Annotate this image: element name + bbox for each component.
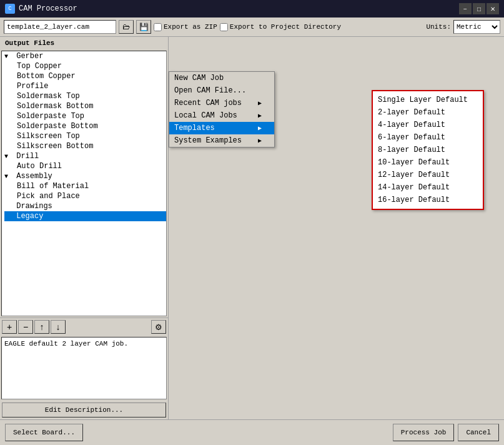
expand-drill: ▼ bbox=[4, 153, 12, 160]
right-panel: New CAM Job Open CAM File... Recent CAM … bbox=[169, 37, 504, 419]
remove-item-button[interactable]: − bbox=[18, 320, 33, 334]
export-project-checkbox[interactable] bbox=[220, 23, 228, 31]
folder-icon: 🗁 bbox=[122, 22, 130, 31]
tree-group-drill: Auto Drill bbox=[4, 161, 166, 171]
tree-item-solderpaste-top[interactable]: Solderpaste Top bbox=[7, 111, 166, 121]
tree-item-top-copper[interactable]: Top Copper bbox=[7, 61, 166, 71]
tree-item-gerber[interactable]: ▼ Gerber bbox=[4, 51, 166, 61]
expand-assembly: ▼ bbox=[4, 173, 12, 180]
main-content: Output Files ▼ Gerber Top Copper Bottom … bbox=[0, 37, 504, 419]
left-panel: Output Files ▼ Gerber Top Copper Bottom … bbox=[0, 37, 169, 419]
move-down-button[interactable]: ↓ bbox=[51, 320, 66, 334]
tree-item-soldermask-bottom[interactable]: Soldermask Bottom bbox=[7, 101, 166, 111]
description-area: EAGLE default 2 layer CAM job. bbox=[1, 337, 167, 399]
menu-item-single-layer[interactable]: Single Layer Default bbox=[373, 94, 483, 106]
units-select[interactable]: Metric Imperial bbox=[453, 20, 500, 34]
tree-item-silkscreen-bottom[interactable]: Silkscreen Bottom bbox=[7, 141, 166, 151]
process-job-button[interactable]: Process Job bbox=[393, 424, 455, 441]
tree-item-soldermask-top[interactable]: Soldermask Top bbox=[7, 91, 166, 101]
close-button[interactable]: ✕ bbox=[487, 3, 499, 14]
menu-item-open-cam-file[interactable]: Open CAM File... bbox=[169, 84, 274, 97]
tree-item-profile[interactable]: Profile bbox=[7, 81, 166, 91]
units-label: Units: bbox=[426, 23, 451, 31]
save-file-button[interactable]: 💾 bbox=[136, 20, 151, 34]
tree-container[interactable]: ▼ Gerber Top Copper Bottom Copper Profil… bbox=[1, 51, 167, 316]
menu-item-12-layer[interactable]: 12-layer Default bbox=[373, 169, 483, 181]
tree-group-gerber: Top Copper Bottom Copper Profile Solderm… bbox=[4, 61, 166, 151]
menu-item-10-layer[interactable]: 10-layer Default bbox=[373, 156, 483, 169]
arrow-icon-system-examples: ▶ bbox=[258, 137, 262, 144]
output-files-header: Output Files bbox=[0, 37, 168, 49]
select-board-button[interactable]: Select Board... bbox=[5, 424, 83, 441]
app-title: CAM Processor bbox=[19, 4, 77, 13]
description-text: EAGLE default 2 layer CAM job. bbox=[4, 340, 128, 348]
cancel-button[interactable]: Cancel bbox=[458, 424, 499, 441]
edit-description-button[interactable]: Edit Description... bbox=[2, 402, 166, 418]
menu-item-6-layer[interactable]: 6-layer Default bbox=[373, 131, 483, 144]
menu-item-14-layer[interactable]: 14-layer Default bbox=[373, 181, 483, 194]
layer-defaults-menu[interactable]: Single Layer Default 2-layer Default 4-l… bbox=[372, 90, 484, 210]
menu-item-system-examples[interactable]: System Examples ▶ bbox=[169, 134, 274, 147]
expand-gerber: ▼ bbox=[4, 53, 12, 60]
tree-item-legacy[interactable]: Legacy bbox=[4, 211, 166, 221]
gear-icon: ⚙ bbox=[155, 322, 162, 332]
menu-item-templates[interactable]: Templates ▶ bbox=[169, 122, 274, 134]
tree-group-assembly: Bill of Material Pick and Place bbox=[4, 181, 166, 201]
tree-item-drawings[interactable]: Drawings bbox=[4, 201, 166, 211]
menu-item-8-layer[interactable]: 8-layer Default bbox=[373, 144, 483, 156]
menu-item-16-layer[interactable]: 16-layer Default bbox=[373, 194, 483, 206]
tree-item-solderpaste-bottom[interactable]: Solderpaste Bottom bbox=[7, 121, 166, 131]
tree-item-silkscreen-top[interactable]: Silkscreen Top bbox=[7, 131, 166, 141]
gear-button[interactable]: ⚙ bbox=[151, 320, 166, 334]
main-window: 🗁 💾 Export as ZIP Export to Project Dire… bbox=[0, 18, 504, 445]
export-zip-label[interactable]: Export as ZIP bbox=[154, 23, 217, 31]
tree-item-bill-of-material[interactable]: Bill of Material bbox=[7, 181, 166, 191]
tree-toolbar: + − ↑ ↓ ⚙ bbox=[0, 318, 168, 336]
save-icon: 💾 bbox=[139, 22, 149, 31]
menu-item-2-layer[interactable]: 2-layer Default bbox=[373, 106, 483, 119]
tree-item-assembly[interactable]: ▼ Assembly bbox=[4, 171, 166, 181]
move-up-button[interactable]: ↑ bbox=[34, 320, 49, 334]
export-project-label[interactable]: Export to Project Directory bbox=[220, 23, 341, 31]
export-zip-checkbox[interactable] bbox=[154, 23, 162, 31]
file-input[interactable] bbox=[4, 20, 116, 34]
minimize-button[interactable]: − bbox=[459, 3, 472, 14]
tree-item-drill[interactable]: ▼ Drill bbox=[4, 151, 166, 161]
menu-item-recent-cam-jobs[interactable]: Recent CAM jobs ▶ bbox=[169, 97, 274, 109]
app-icon: C bbox=[5, 4, 15, 14]
menu-item-4-layer[interactable]: 4-layer Default bbox=[373, 119, 483, 131]
add-item-button[interactable]: + bbox=[2, 320, 17, 334]
tree-item-auto-drill[interactable]: Auto Drill bbox=[7, 161, 166, 171]
title-bar: C CAM Processor − □ ✕ bbox=[0, 0, 504, 18]
tree-item-pick-and-place[interactable]: Pick and Place bbox=[7, 191, 166, 201]
tree-item-bottom-copper[interactable]: Bottom Copper bbox=[7, 71, 166, 81]
bottom-bar: Select Board... Process Job Cancel bbox=[0, 419, 504, 445]
maximize-button[interactable]: □ bbox=[473, 3, 485, 14]
arrow-icon-local: ▶ bbox=[258, 112, 262, 119]
context-menu[interactable]: New CAM Job Open CAM File... Recent CAM … bbox=[169, 71, 275, 148]
arrow-icon-recent: ▶ bbox=[258, 99, 262, 107]
toolbar: 🗁 💾 Export as ZIP Export to Project Dire… bbox=[0, 18, 504, 37]
arrow-icon-templates: ▶ bbox=[258, 124, 262, 132]
menu-item-local-cam-jobs[interactable]: Local CAM Jobs ▶ bbox=[169, 109, 274, 122]
open-file-button[interactable]: 🗁 bbox=[119, 20, 134, 34]
menu-item-new-cam-job[interactable]: New CAM Job bbox=[169, 72, 274, 84]
